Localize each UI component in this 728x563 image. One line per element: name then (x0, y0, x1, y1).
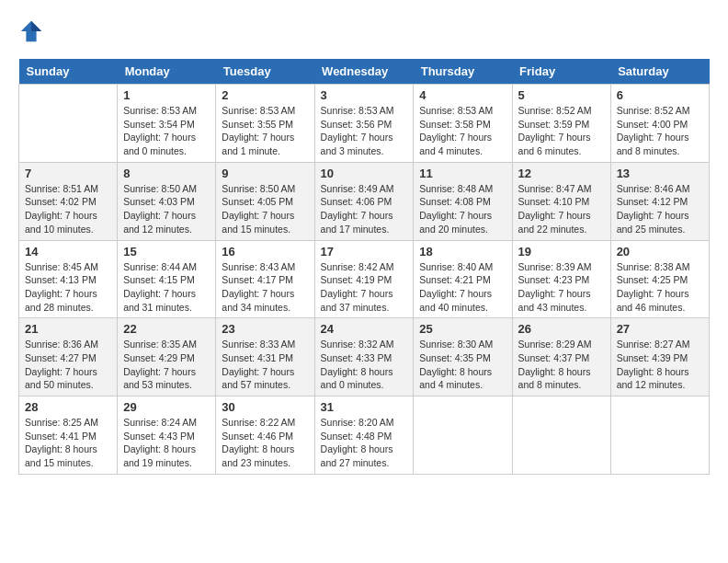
calendar-cell: 5Sunrise: 8:52 AM Sunset: 3:59 PM Daylig… (512, 85, 610, 163)
calendar-cell: 17Sunrise: 8:42 AM Sunset: 4:19 PM Dayli… (314, 240, 414, 318)
day-info: Sunrise: 8:46 AM Sunset: 4:12 PM Dayligh… (617, 182, 703, 236)
calendar-cell: 6Sunrise: 8:52 AM Sunset: 4:00 PM Daylig… (610, 85, 709, 163)
calendar-cell: 29Sunrise: 8:24 AM Sunset: 4:43 PM Dayli… (118, 396, 216, 475)
calendar-cell: 8Sunrise: 8:50 AM Sunset: 4:03 PM Daylig… (118, 162, 216, 240)
weekday-header-friday: Friday (512, 59, 610, 85)
day-info: Sunrise: 8:20 AM Sunset: 4:48 PM Dayligh… (321, 416, 408, 470)
day-info: Sunrise: 8:53 AM Sunset: 3:58 PM Dayligh… (419, 104, 506, 158)
day-info: Sunrise: 8:22 AM Sunset: 4:46 PM Dayligh… (222, 416, 308, 470)
day-number: 10 (321, 167, 408, 180)
calendar-cell: 20Sunrise: 8:38 AM Sunset: 4:25 PM Dayli… (610, 240, 709, 318)
calendar-week-3: 14Sunrise: 8:45 AM Sunset: 4:13 PM Dayli… (19, 240, 710, 318)
calendar-cell: 25Sunrise: 8:30 AM Sunset: 4:35 PM Dayli… (414, 318, 512, 396)
day-info: Sunrise: 8:43 AM Sunset: 4:17 PM Dayligh… (222, 260, 308, 315)
calendar-cell: 16Sunrise: 8:43 AM Sunset: 4:17 PM Dayli… (216, 240, 314, 318)
day-info: Sunrise: 8:48 AM Sunset: 4:08 PM Dayligh… (419, 182, 506, 236)
day-number: 1 (123, 88, 210, 102)
day-info: Sunrise: 8:50 AM Sunset: 4:05 PM Dayligh… (222, 182, 308, 236)
day-number: 31 (321, 400, 408, 414)
calendar-cell: 13Sunrise: 8:46 AM Sunset: 4:12 PM Dayli… (610, 162, 709, 240)
calendar-cell: 3Sunrise: 8:53 AM Sunset: 3:56 PM Daylig… (314, 85, 414, 163)
day-info: Sunrise: 8:44 AM Sunset: 4:15 PM Dayligh… (123, 260, 210, 315)
day-number: 4 (419, 88, 506, 102)
day-info: Sunrise: 8:42 AM Sunset: 4:19 PM Dayligh… (321, 260, 408, 315)
day-info: Sunrise: 8:49 AM Sunset: 4:06 PM Dayligh… (321, 182, 408, 236)
day-info: Sunrise: 8:32 AM Sunset: 4:33 PM Dayligh… (321, 338, 408, 392)
weekday-header-sunday: Sunday (19, 59, 118, 85)
weekday-header-saturday: Saturday (610, 59, 709, 85)
day-info: Sunrise: 8:50 AM Sunset: 4:03 PM Dayligh… (123, 182, 210, 236)
day-number: 30 (222, 400, 308, 414)
logo (18, 18, 48, 44)
day-number: 28 (25, 400, 111, 414)
day-info: Sunrise: 8:53 AM Sunset: 3:54 PM Dayligh… (123, 104, 210, 158)
calendar-cell: 12Sunrise: 8:47 AM Sunset: 4:10 PM Dayli… (512, 162, 610, 240)
calendar-cell: 2Sunrise: 8:53 AM Sunset: 3:55 PM Daylig… (216, 85, 314, 163)
day-info: Sunrise: 8:52 AM Sunset: 3:59 PM Dayligh… (518, 104, 605, 158)
day-info: Sunrise: 8:52 AM Sunset: 4:00 PM Dayligh… (617, 104, 703, 158)
day-number: 8 (123, 167, 210, 180)
calendar-week-5: 28Sunrise: 8:25 AM Sunset: 4:41 PM Dayli… (19, 396, 710, 475)
day-number: 27 (617, 322, 703, 336)
day-number: 19 (518, 245, 605, 259)
day-number: 26 (518, 322, 605, 336)
calendar-cell: 30Sunrise: 8:22 AM Sunset: 4:46 PM Dayli… (216, 396, 314, 475)
day-number: 7 (25, 167, 111, 180)
day-info: Sunrise: 8:29 AM Sunset: 4:37 PM Dayligh… (518, 338, 605, 392)
calendar-cell: 22Sunrise: 8:35 AM Sunset: 4:29 PM Dayli… (118, 318, 216, 396)
day-number: 23 (222, 322, 308, 336)
calendar-cell: 21Sunrise: 8:36 AM Sunset: 4:27 PM Dayli… (19, 318, 118, 396)
day-number: 16 (222, 245, 308, 259)
calendar-cell: 11Sunrise: 8:48 AM Sunset: 4:08 PM Dayli… (414, 162, 512, 240)
calendar-cell (414, 396, 512, 475)
weekday-header-row: SundayMondayTuesdayWednesdayThursdayFrid… (19, 59, 710, 85)
day-number: 5 (518, 88, 605, 102)
day-info: Sunrise: 8:39 AM Sunset: 4:23 PM Dayligh… (518, 260, 605, 315)
day-number: 11 (419, 167, 506, 180)
day-number: 13 (617, 167, 703, 180)
weekday-header-tuesday: Tuesday (216, 59, 314, 85)
weekday-header-wednesday: Wednesday (314, 59, 414, 85)
day-number: 6 (617, 88, 703, 102)
calendar-cell: 7Sunrise: 8:51 AM Sunset: 4:02 PM Daylig… (19, 162, 118, 240)
svg-marker-1 (31, 21, 41, 31)
day-info: Sunrise: 8:53 AM Sunset: 3:56 PM Dayligh… (321, 104, 408, 158)
page-header (18, 18, 710, 44)
day-info: Sunrise: 8:45 AM Sunset: 4:13 PM Dayligh… (25, 260, 111, 315)
day-info: Sunrise: 8:33 AM Sunset: 4:31 PM Dayligh… (222, 338, 308, 392)
calendar-cell: 23Sunrise: 8:33 AM Sunset: 4:31 PM Dayli… (216, 318, 314, 396)
day-number: 29 (123, 400, 210, 414)
calendar-cell: 1Sunrise: 8:53 AM Sunset: 3:54 PM Daylig… (118, 85, 216, 163)
calendar-cell: 18Sunrise: 8:40 AM Sunset: 4:21 PM Dayli… (414, 240, 512, 318)
calendar-cell: 24Sunrise: 8:32 AM Sunset: 4:33 PM Dayli… (314, 318, 414, 396)
calendar-cell: 4Sunrise: 8:53 AM Sunset: 3:58 PM Daylig… (414, 85, 512, 163)
day-info: Sunrise: 8:51 AM Sunset: 4:02 PM Dayligh… (25, 182, 111, 236)
calendar-cell: 14Sunrise: 8:45 AM Sunset: 4:13 PM Dayli… (19, 240, 118, 318)
day-number: 12 (518, 167, 605, 180)
day-number: 22 (123, 322, 210, 336)
calendar-week-1: 1Sunrise: 8:53 AM Sunset: 3:54 PM Daylig… (19, 85, 710, 163)
calendar-cell: 28Sunrise: 8:25 AM Sunset: 4:41 PM Dayli… (19, 396, 118, 475)
calendar-week-4: 21Sunrise: 8:36 AM Sunset: 4:27 PM Dayli… (19, 318, 710, 396)
calendar-cell: 31Sunrise: 8:20 AM Sunset: 4:48 PM Dayli… (314, 396, 414, 475)
day-number: 2 (222, 88, 308, 102)
day-number: 24 (321, 322, 408, 336)
calendar-cell: 19Sunrise: 8:39 AM Sunset: 4:23 PM Dayli… (512, 240, 610, 318)
calendar-cell: 26Sunrise: 8:29 AM Sunset: 4:37 PM Dayli… (512, 318, 610, 396)
calendar-cell: 15Sunrise: 8:44 AM Sunset: 4:15 PM Dayli… (118, 240, 216, 318)
day-info: Sunrise: 8:40 AM Sunset: 4:21 PM Dayligh… (419, 260, 506, 315)
calendar-cell: 9Sunrise: 8:50 AM Sunset: 4:05 PM Daylig… (216, 162, 314, 240)
weekday-header-thursday: Thursday (414, 59, 512, 85)
weekday-header-monday: Monday (118, 59, 216, 85)
calendar-cell: 10Sunrise: 8:49 AM Sunset: 4:06 PM Dayli… (314, 162, 414, 240)
day-info: Sunrise: 8:25 AM Sunset: 4:41 PM Dayligh… (25, 416, 111, 470)
day-number: 17 (321, 245, 408, 259)
day-info: Sunrise: 8:24 AM Sunset: 4:43 PM Dayligh… (123, 416, 210, 470)
logo-icon (18, 18, 44, 44)
day-info: Sunrise: 8:27 AM Sunset: 4:39 PM Dayligh… (617, 338, 703, 392)
day-info: Sunrise: 8:53 AM Sunset: 3:55 PM Dayligh… (222, 104, 308, 158)
day-info: Sunrise: 8:38 AM Sunset: 4:25 PM Dayligh… (617, 260, 703, 315)
calendar-table: SundayMondayTuesdayWednesdayThursdayFrid… (18, 59, 710, 475)
day-number: 14 (25, 245, 111, 259)
day-number: 3 (321, 88, 408, 102)
